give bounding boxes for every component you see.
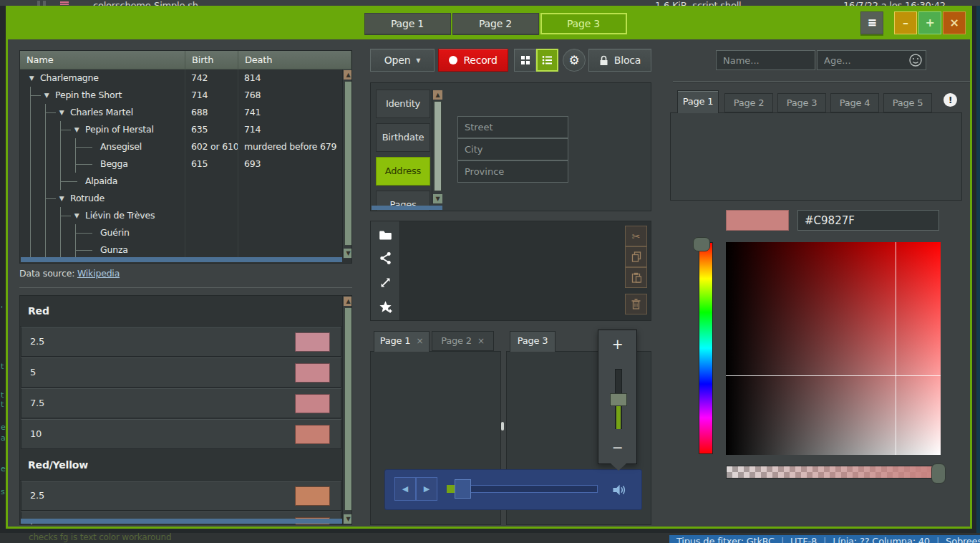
scroll-up-icon[interactable]: ▲ <box>433 90 442 100</box>
tab-page-5[interactable]: Page 5 <box>883 93 932 112</box>
warning-badge[interactable]: ! <box>943 93 957 107</box>
next-button[interactable]: ▶ <box>416 477 437 501</box>
column-header-name[interactable]: Name <box>20 51 185 69</box>
window-maximize-button[interactable]: + <box>918 11 941 34</box>
tab-page-1[interactable]: Page 1 <box>677 90 719 113</box>
list-item[interactable]: 10 <box>21 419 341 449</box>
saturation-value-plane[interactable] <box>726 242 941 455</box>
titlebar: Page 1Page 2Page 3 ≡ – + × <box>8 8 970 39</box>
volume-button[interactable] <box>611 482 627 498</box>
table-row[interactable]: ▼Pepin the Short714768 <box>20 87 342 104</box>
expander-icon[interactable]: ▼ <box>57 104 67 121</box>
tree-row-birth: 714 <box>185 87 238 104</box>
column-header-birth[interactable]: Birth <box>185 51 238 69</box>
sidebar-item-birthdate[interactable]: Birthdate <box>376 123 430 152</box>
tab-page-1[interactable]: Page 1× <box>374 331 430 352</box>
new-star-icon[interactable] <box>379 300 392 314</box>
table-row[interactable]: ▼Charles Martel688741 <box>20 104 342 121</box>
titlebar-tab-page-1[interactable]: Page 1 <box>364 13 451 34</box>
cut-button[interactable]: ✂ <box>625 226 647 246</box>
open-button[interactable]: Open ▼ <box>370 49 435 72</box>
table-row[interactable]: ▼Rotrude <box>20 190 342 207</box>
settings-button[interactable]: ⚙ <box>563 49 586 72</box>
list-view-toggle[interactable] <box>536 49 558 72</box>
window-close-button[interactable]: × <box>943 11 966 34</box>
table-row[interactable]: Guérin <box>20 224 342 241</box>
previous-button[interactable]: ◀ <box>394 477 416 501</box>
paste-button[interactable] <box>625 267 647 288</box>
pane-divider-handle[interactable] <box>501 422 504 431</box>
tree-vertical-scrollbar[interactable]: ▲ ▼ <box>342 69 352 259</box>
list-item[interactable]: 5 <box>21 357 341 388</box>
list-horizontal-scrollbar[interactable] <box>21 519 342 524</box>
scrollbar-thumb[interactable] <box>434 101 442 191</box>
grid-view-toggle[interactable] <box>514 49 536 72</box>
window-minimize-button[interactable]: – <box>894 11 917 34</box>
expander-icon[interactable]: ▼ <box>42 87 52 104</box>
close-tab-icon[interactable]: × <box>477 336 485 346</box>
zoom-slider-handle[interactable] <box>610 393 627 406</box>
expand-icon[interactable] <box>379 276 392 289</box>
tab-page-3[interactable]: Page 3 <box>510 331 556 352</box>
hue-slider[interactable] <box>699 242 713 454</box>
list-vertical-scrollbar[interactable]: ▲ ▼ <box>342 296 352 524</box>
tab-page-3[interactable]: Page 3 <box>777 93 826 112</box>
alpha-slider-handle[interactable] <box>931 463 946 484</box>
scroll-down-icon[interactable]: ▼ <box>344 249 352 258</box>
table-row[interactable]: Begga615693 <box>20 155 342 173</box>
expander-icon[interactable]: ▼ <box>72 121 82 138</box>
scroll-down-icon[interactable]: ▼ <box>344 514 352 524</box>
titlebar-tab-page-3[interactable]: Page 3 <box>540 13 627 34</box>
scrollbar-thumb[interactable] <box>344 81 352 246</box>
tab-page-4[interactable]: Page 4 <box>830 93 879 112</box>
zoom-out-button[interactable]: − <box>598 439 636 455</box>
city-field[interactable] <box>457 138 568 160</box>
expander-icon[interactable]: ▼ <box>26 69 37 87</box>
zoom-in-button[interactable]: + <box>598 336 636 352</box>
folder-icon[interactable] <box>379 229 392 242</box>
list-item[interactable]: 2.5 <box>21 327 341 357</box>
close-tab-icon[interactable]: × <box>416 336 423 346</box>
window-menu-button[interactable]: ≡ <box>860 11 883 34</box>
list-item[interactable]: 7.5 <box>21 388 341 418</box>
copy-button[interactable] <box>625 246 647 267</box>
wikipedia-link[interactable]: Wikipedia <box>77 268 120 279</box>
tab-page-2[interactable]: Page 2× <box>432 331 494 351</box>
province-field[interactable] <box>457 160 568 183</box>
sidebar-item-identity[interactable]: Identity <box>376 90 430 118</box>
share-icon[interactable] <box>379 251 392 265</box>
tree-name-cell: Alpaida <box>20 173 185 190</box>
sidebar-scrollbar[interactable]: ▲ ▼ <box>432 90 442 204</box>
table-row[interactable]: ▼Charlemagne742814 <box>20 69 342 87</box>
color-swatch[interactable] <box>726 210 789 231</box>
smiley-icon[interactable] <box>908 53 923 67</box>
scrollbar-thumb[interactable] <box>344 307 352 511</box>
record-button[interactable]: Record <box>438 49 508 72</box>
tab-label: Page 2 <box>441 335 472 346</box>
titlebar-tab-page-2[interactable]: Page 2 <box>452 13 539 34</box>
hex-color-input[interactable] <box>797 210 939 231</box>
scroll-down-icon[interactable]: ▼ <box>433 194 442 203</box>
table-row[interactable]: Alpaida <box>20 173 342 190</box>
table-row[interactable]: ▼Pepin of Herstal635714 <box>20 121 342 138</box>
alpha-slider[interactable] <box>726 466 941 479</box>
tree-horizontal-scrollbar[interactable] <box>21 257 342 262</box>
delete-button[interactable] <box>625 294 647 314</box>
sidebar-item-address[interactable]: Address <box>376 157 430 186</box>
list-item[interactable]: 2.5 <box>21 481 341 511</box>
hue-slider-handle[interactable] <box>693 237 710 251</box>
table-row[interactable]: Gunza <box>20 241 342 259</box>
expander-icon[interactable]: ▼ <box>57 190 67 207</box>
scroll-up-icon[interactable]: ▲ <box>344 70 352 80</box>
table-row[interactable]: ▼Liévin de Trèves <box>20 207 342 224</box>
seek-slider-handle[interactable] <box>455 479 471 499</box>
scroll-up-icon[interactable]: ▲ <box>344 297 352 306</box>
street-field[interactable] <box>457 116 568 138</box>
expander-icon[interactable]: ▼ <box>72 207 82 224</box>
tab-page-2[interactable]: Page 2 <box>724 93 773 112</box>
name-field[interactable] <box>716 50 815 70</box>
tree-name-cell: Guérin <box>20 224 185 241</box>
lock-button[interactable]: Bloca <box>588 49 651 72</box>
table-row[interactable]: Ansegisel602 or 610murdered before 679 <box>20 138 342 155</box>
column-header-death[interactable]: Death <box>238 51 351 69</box>
